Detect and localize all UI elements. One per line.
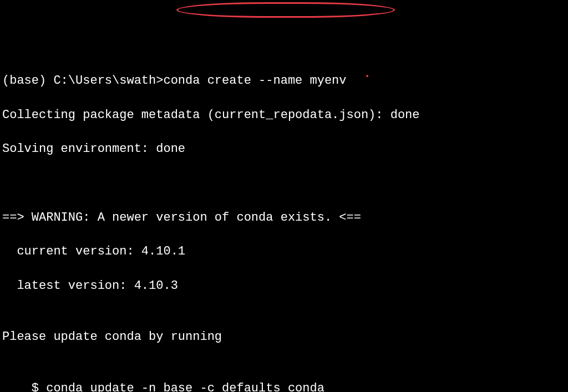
- current-version-line: current version: 4.10.1: [2, 243, 566, 261]
- warning-header-line: ==> WARNING: A newer version of conda ex…: [2, 210, 566, 227]
- please-update-line: Please update conda by running: [2, 329, 566, 346]
- latest-version-line: latest version: 4.10.3: [2, 278, 566, 295]
- update-command-line: $ conda update -n base -c defaults conda: [2, 380, 566, 392]
- solving-line: Solving environment: done: [2, 141, 566, 158]
- prompt-prefix: (base) C:\Users\swath>: [2, 74, 163, 88]
- collecting-line: Collecting package metadata (current_rep…: [2, 107, 566, 124]
- command-text: conda create --name myenv: [163, 74, 346, 88]
- annotation-circle-icon: [176, 2, 395, 18]
- terminal-output: (base) C:\Users\swath>conda create --nam…: [2, 73, 566, 392]
